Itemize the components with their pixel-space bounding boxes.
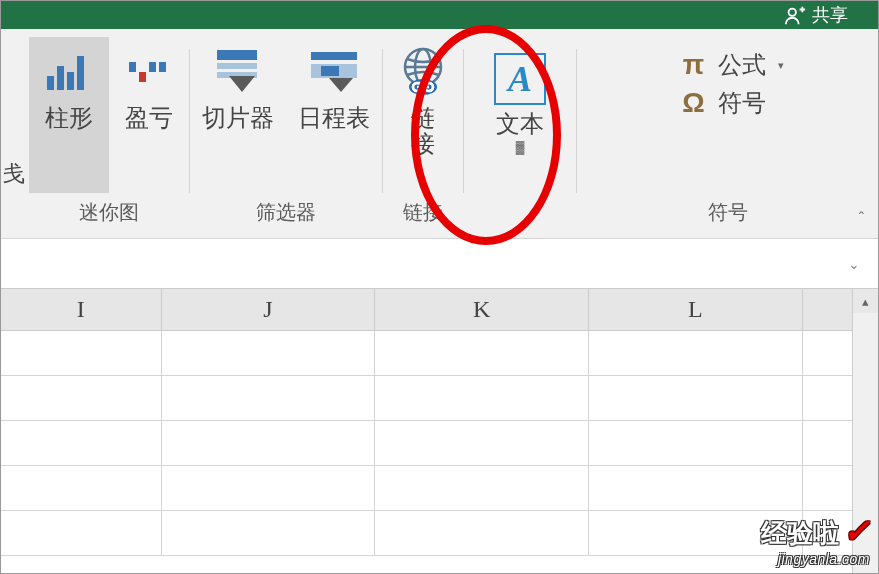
timeline-button[interactable]: 日程表	[286, 37, 382, 193]
svg-rect-12	[311, 52, 357, 60]
symbol-label: 符号	[718, 87, 766, 119]
hyperlink-icon	[395, 43, 451, 99]
cell[interactable]	[375, 376, 589, 420]
svg-rect-7	[149, 62, 156, 72]
sparklines-group-label: 迷你图	[79, 193, 139, 234]
svg-rect-6	[139, 72, 146, 82]
cell[interactable]	[1, 331, 162, 375]
table-row	[1, 511, 878, 556]
title-bar: 共享	[1, 1, 878, 29]
cell[interactable]	[1, 466, 162, 510]
formula-bar[interactable]: ⌄	[1, 239, 878, 289]
cell[interactable]	[589, 466, 803, 510]
chevron-down-icon: ▓	[496, 141, 544, 154]
table-row	[1, 421, 878, 466]
cell[interactable]	[162, 421, 376, 465]
column-sparkline-button[interactable]: 柱形	[29, 37, 109, 193]
symbols-group-label: 符号	[708, 193, 748, 234]
cell[interactable]	[375, 331, 589, 375]
expand-formula-icon[interactable]: ⌄	[848, 256, 860, 272]
equation-label: 公式	[718, 49, 766, 81]
slicer-button[interactable]: 切片器	[190, 37, 286, 193]
slicer-label: 切片器	[202, 105, 274, 131]
timeline-label: 日程表	[298, 105, 370, 131]
svg-rect-5	[129, 62, 136, 72]
svg-rect-14	[321, 66, 339, 76]
cell[interactable]	[162, 376, 376, 420]
collapse-ribbon-button[interactable]: ˆ	[859, 210, 864, 228]
links-group-label: 链接	[403, 193, 443, 234]
timeline-icon	[306, 43, 362, 99]
cell[interactable]	[162, 511, 376, 555]
filters-group-label: 筛选器	[256, 193, 316, 234]
svg-rect-8	[159, 62, 166, 72]
text-label: 文本 ▓	[496, 111, 544, 155]
share-icon	[784, 4, 806, 26]
cell[interactable]	[1, 376, 162, 420]
column-sparkline-icon	[41, 43, 97, 99]
table-row	[1, 466, 878, 511]
hyperlink-button[interactable]: 链 接	[383, 37, 463, 193]
svg-rect-10	[217, 63, 257, 69]
cell[interactable]	[1, 421, 162, 465]
chevron-down-icon: ▾	[778, 59, 784, 72]
pi-icon: π	[678, 49, 710, 81]
cell[interactable]	[375, 511, 589, 555]
ribbon: 戋 柱形	[1, 29, 878, 239]
cell[interactable]	[375, 421, 589, 465]
cell[interactable]	[589, 511, 803, 555]
column-header[interactable]: K	[375, 289, 589, 330]
winloss-sparkline-icon	[121, 43, 177, 99]
cell[interactable]	[1, 511, 162, 555]
column-header[interactable]: I	[1, 289, 162, 330]
table-row	[1, 376, 878, 421]
equation-button[interactable]: π 公式 ▾	[678, 49, 784, 81]
omega-icon: Ω	[678, 87, 710, 119]
column-header[interactable]: J	[162, 289, 376, 330]
svg-rect-3	[67, 72, 74, 90]
text-icon: A	[494, 53, 546, 105]
text-button[interactable]: A 文本 ▓	[464, 37, 576, 197]
hyperlink-label: 链 接	[411, 105, 435, 158]
column-header[interactable]: L	[589, 289, 803, 330]
cell[interactable]	[162, 331, 376, 375]
scroll-up-icon[interactable]: ▴	[853, 289, 878, 313]
table-row	[1, 331, 878, 376]
svg-rect-2	[57, 66, 64, 90]
svg-rect-1	[47, 76, 54, 90]
winloss-sparkline-button[interactable]: 盈亏	[109, 37, 189, 193]
column-label: 柱形	[45, 105, 93, 131]
vertical-scrollbar[interactable]: ▴	[852, 289, 878, 573]
cell[interactable]	[589, 421, 803, 465]
share-button[interactable]: 共享	[784, 3, 848, 27]
symbol-button[interactable]: Ω 符号	[678, 87, 784, 119]
grid-rows[interactable]	[1, 331, 878, 573]
spreadsheet-grid: I J K L	[1, 289, 878, 573]
svg-point-0	[789, 9, 796, 16]
svg-rect-9	[217, 50, 257, 60]
cell[interactable]	[589, 331, 803, 375]
slicer-icon	[210, 43, 266, 99]
share-label: 共享	[812, 3, 848, 27]
cell[interactable]	[375, 466, 589, 510]
column-headers: I J K L	[1, 289, 878, 331]
cell[interactable]	[589, 376, 803, 420]
svg-rect-4	[77, 56, 84, 90]
winloss-label: 盈亏	[125, 105, 173, 131]
cell[interactable]	[162, 466, 376, 510]
